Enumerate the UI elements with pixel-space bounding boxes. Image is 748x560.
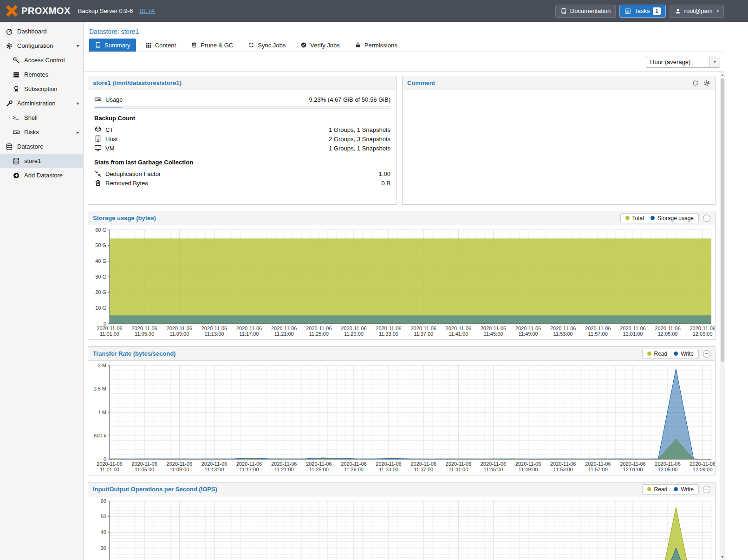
tab-bar: Summary Content Prune & GC Sync Jobs Ver… [84, 39, 725, 52]
key-icon [13, 57, 20, 64]
legend-item[interactable]: Read [647, 351, 668, 357]
expanded-arrow-icon[interactable]: ▾ [77, 44, 79, 48]
scrollbar-thumb[interactable] [721, 78, 724, 362]
svg-text:11:13:00: 11:13:00 [204, 331, 224, 337]
tab-prune-gc[interactable]: Prune & GC [185, 39, 239, 52]
tasks-button[interactable]: Tasks 1 [619, 5, 665, 18]
svg-text:60: 60 [101, 498, 106, 504]
sidebar-item-dashboard[interactable]: Dashboard [0, 24, 83, 39]
scroll-down-icon[interactable]: ▼ [720, 554, 725, 560]
documentation-button[interactable]: Documentation [555, 5, 616, 18]
transfer-rate-chart: 0500 k1 M1.5 M2 M2020-11-0611:01:002020-… [88, 361, 715, 475]
beta-link[interactable]: BETA [139, 7, 155, 14]
gear-icon[interactable] [703, 79, 710, 87]
comment-body[interactable] [403, 90, 715, 99]
sidebar-label: Configuration [17, 42, 53, 49]
sidebar-item-subscription[interactable]: Subscription [0, 82, 83, 96]
svg-text:2020-11-06: 2020-11-06 [585, 326, 611, 331]
svg-text:2020-11-06: 2020-11-06 [689, 461, 715, 467]
collapse-icon[interactable]: – [703, 350, 710, 358]
svg-text:50: 50 [101, 514, 106, 519]
svg-text:11:41:00: 11:41:00 [449, 331, 468, 337]
tasks-label: Tasks [634, 7, 650, 14]
storage-usage-chart: 010 G20 G30 G40 G50 G60 G2020-11-0611:01… [88, 225, 715, 339]
row-value: 2 Groups, 3 Snapshots [329, 136, 390, 143]
monitor-icon [94, 144, 102, 152]
svg-text:1.5 M: 1.5 M [93, 386, 106, 391]
sidebar-item-configuration[interactable]: Configuration ▾ [0, 39, 83, 53]
collapse-icon[interactable]: – [703, 215, 710, 222]
sidebar-item-datastore[interactable]: Datastore [0, 139, 83, 154]
legend-item[interactable]: Write [674, 351, 694, 357]
sidebar-item-shell[interactable]: >_ Shell [0, 111, 83, 125]
refresh-icon[interactable] [692, 79, 699, 87]
collapsed-arrow-icon[interactable]: ▸ [77, 130, 79, 135]
check-circle-icon [300, 42, 307, 48]
tab-label: Summary [104, 42, 130, 49]
chevron-down-icon[interactable]: ▾ [709, 56, 720, 67]
legend-item[interactable]: Write [674, 486, 694, 493]
summary-toolbar: Hour (average) ▾ [84, 52, 725, 72]
sidebar-item-disks[interactable]: Disks ▸ [0, 125, 83, 139]
legend-item[interactable]: Read [647, 486, 668, 493]
usage-row: Usage 9.23% (4.67 GiB of 50.56 GiB) [94, 95, 390, 104]
task-list-icon [624, 8, 631, 14]
legend-item[interactable]: Storage usage [650, 215, 694, 221]
expanded-arrow-icon[interactable]: ▾ [77, 101, 79, 106]
svg-text:11:33:00: 11:33:00 [379, 467, 398, 472]
user-menu-button[interactable]: root@pam ▾ [670, 5, 724, 18]
usage-progress-bar [94, 106, 390, 109]
sidebar-item-add-datastore[interactable]: Add Datastore [0, 168, 83, 182]
time-range-select[interactable]: Hour (average) ▾ [646, 56, 720, 68]
row-label: VM [105, 145, 115, 152]
trash-icon [94, 179, 102, 187]
usage-label: Usage [105, 96, 123, 103]
svg-text:40: 40 [101, 529, 106, 535]
sidebar-label: store1 [24, 157, 41, 164]
collapse-icon[interactable]: – [703, 486, 710, 493]
sidebar-item-remotes[interactable]: Remotes [0, 67, 83, 82]
tab-label: Permissions [364, 42, 397, 49]
scroll-up-icon[interactable]: ▲ [720, 72, 725, 78]
tab-content[interactable]: Content [140, 39, 182, 52]
sidebar-label: Access Control [24, 57, 65, 64]
svg-text:12:05:00: 12:05:00 [658, 331, 678, 337]
tab-sync-jobs[interactable]: Sync Jobs [242, 39, 291, 52]
vertical-scrollbar[interactable]: ▲ ▼ [720, 72, 725, 560]
svg-text:11:01:00: 11:01:00 [100, 331, 119, 337]
tab-label: Sync Jobs [258, 42, 286, 49]
storage-usage-chart-panel: Storage usage (bytes) TotalStorage usage… [88, 211, 715, 340]
svg-text:2020-11-06: 2020-11-06 [655, 461, 680, 467]
time-range-value: Hour (average) [646, 59, 709, 65]
svg-text:2020-11-06: 2020-11-06 [655, 326, 680, 331]
svg-text:2020-11-06: 2020-11-06 [306, 326, 332, 331]
tasks-badge: 1 [653, 7, 660, 15]
tab-label: Prune & GC [201, 42, 233, 49]
svg-text:2020-11-06: 2020-11-06 [689, 326, 715, 331]
tab-permissions[interactable]: Permissions [349, 39, 403, 52]
sidebar-label: Shell [24, 114, 38, 121]
svg-text:1 M: 1 M [98, 410, 106, 415]
gc-row-dedup: Deduplication Factor 1.00 [94, 169, 390, 178]
user-name: root@pam [684, 7, 713, 14]
chart-legend: ReadWrite [642, 349, 699, 359]
backup-row-ct: CT 1 Groups, 1 Snapshots [94, 125, 390, 134]
sidebar-item-administration[interactable]: Administration ▾ [0, 96, 83, 111]
row-label: Host [105, 136, 118, 143]
chart-title: Input/Output Operations per Second (IOPS… [93, 486, 217, 493]
sidebar-item-store1[interactable]: store1 [0, 154, 83, 168]
tab-verify-jobs[interactable]: Verify Jobs [295, 39, 345, 52]
sidebar-item-access-control[interactable]: Access Control [0, 53, 83, 67]
server-list-icon [13, 71, 20, 78]
svg-text:20 G: 20 G [95, 289, 106, 295]
legend-item[interactable]: Total [625, 215, 644, 221]
proxmox-x-icon [6, 5, 18, 17]
tab-summary[interactable]: Summary [89, 39, 136, 52]
topbar: PROXMOX Backup Server 0.9-6 BETA Documen… [0, 0, 748, 22]
svg-text:11:57:00: 11:57:00 [588, 331, 608, 337]
svg-text:30 G: 30 G [95, 274, 106, 280]
svg-text:2020-11-06: 2020-11-06 [306, 461, 332, 467]
row-value: 0 B [381, 180, 390, 187]
svg-text:12:09:00: 12:09:00 [693, 467, 713, 472]
lock-icon [355, 42, 361, 48]
